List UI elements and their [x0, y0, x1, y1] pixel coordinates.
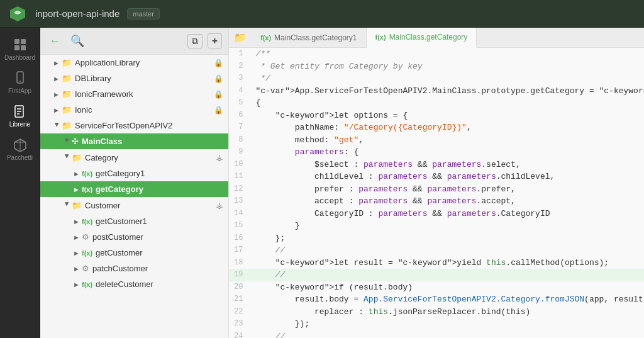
tree-ionic-framework[interactable]: ► 📁 IonicFramework 🔒 — [40, 86, 228, 102]
svg-point-6 — [19, 81, 21, 82]
line-code: "c-keyword">if (result.body) — [250, 281, 644, 294]
line-code: * Get entity from Category by key — [250, 60, 644, 73]
tree-db-library[interactable]: ► 📁 DBLibrary 🔒 — [40, 70, 228, 86]
line-number: 17 — [229, 244, 250, 257]
back-button[interactable]: ← — [47, 33, 63, 49]
line-code: }; — [250, 232, 644, 245]
folder-icon: 📁 — [62, 105, 72, 115]
line-number: 8 — [229, 134, 250, 147]
svg-rect-4 — [21, 45, 26, 50]
folder-icon: 📁 — [62, 89, 72, 99]
line-code: // — [250, 330, 644, 339]
line-number: 19 — [229, 269, 250, 281]
tree-delete-customer[interactable]: ► f(x) deleteCustomer — [40, 276, 228, 292]
line-code: // — [250, 269, 644, 281]
nav-dashboard[interactable]: Dashboard — [1, 33, 39, 66]
line-number: 24 — [229, 330, 250, 339]
add-button[interactable]: + — [208, 33, 222, 48]
line-number: 2 — [229, 60, 250, 73]
line-code: */ — [250, 72, 644, 85]
line-code: CategoryID : parameters && parameters.Ca… — [250, 208, 644, 220]
tree-app-library[interactable]: ► 📁 ApplicationLibrary 🔒 — [40, 55, 228, 70]
line-code: result.body = App.ServiceForTestOpenAPIV… — [250, 293, 644, 306]
line-number: 3 — [229, 72, 250, 85]
code-area: 📁 f(x) MainClass.getCategory1 f(x) MainC… — [229, 28, 644, 338]
line-code: $select : parameters && parameters.selec… — [250, 159, 644, 171]
box-icon — [13, 138, 27, 152]
tree-get-customer1[interactable]: ► f(x) getCustomer1 — [40, 213, 228, 229]
copy-button[interactable]: ⧉ — [187, 34, 203, 48]
line-number: 10 — [229, 159, 250, 171]
tab-get-category[interactable]: f(x) MainClass.getCategory — [367, 28, 477, 48]
nav-firstapp[interactable]: FirstApp — [1, 66, 39, 99]
lock-icon: 🔒 — [214, 74, 223, 83]
pin-icon: ⚶ — [216, 200, 223, 210]
line-code: pathName: "/Category({CategoryID})", — [250, 121, 644, 134]
sidebar: ← 🔍 ⧉ + ► 📁 ApplicationLibrary 🔒 ► 📁 DBL… — [40, 28, 229, 338]
svg-rect-3 — [14, 45, 19, 50]
nav-firstapp-label: FirstApp — [8, 87, 31, 94]
lock-icon: 🔒 — [214, 59, 223, 67]
line-number: 21 — [229, 293, 250, 306]
line-number: 16 — [229, 232, 250, 245]
nav-dashboard-label: Dashboard — [4, 54, 35, 61]
gear-icon: ⚙ — [82, 232, 89, 242]
nav-pacchetti-label: Pacchetti — [7, 154, 33, 161]
tree-service-test[interactable]: ► 📁 ServiceForTestOpenAPIV2 — [40, 118, 228, 133]
icon-nav: Dashboard FirstApp Librerie P — [0, 28, 40, 338]
tree-category[interactable]: ► 📁 Category ⚶ — [40, 149, 228, 166]
line-number: 18 — [229, 257, 250, 269]
book-icon — [13, 104, 27, 118]
nav-librerie-label: Librerie — [9, 121, 30, 128]
line-number: 4 — [229, 85, 250, 98]
app-logo — [8, 4, 28, 24]
line-code: childLevel : parameters && parameters.ch… — [250, 171, 644, 183]
puzzle-icon: ✣ — [72, 137, 79, 146]
topbar: inport-open-api-inde master — [0, 0, 644, 28]
line-code: accept : parameters && parameters.accept… — [250, 195, 644, 208]
branch-badge: master — [127, 8, 160, 20]
pin-icon: ⚶ — [216, 152, 223, 162]
line-number: 15 — [229, 220, 250, 232]
code-table: 1 /** 2 * Get entity from Category by ke… — [229, 48, 644, 338]
search-button[interactable]: 🔍 — [68, 33, 87, 49]
sidebar-toolbar: ← 🔍 ⧉ + — [40, 28, 228, 55]
nav-librerie[interactable]: Librerie — [1, 99, 39, 133]
line-code: { — [250, 97, 644, 110]
mobile-icon — [13, 71, 27, 85]
line-number: 14 — [229, 208, 250, 220]
line-number: 20 — [229, 281, 250, 294]
fx-icon: f(x) — [82, 217, 92, 226]
line-code: "c-keyword">let result = "c-keyword">yie… — [250, 257, 644, 269]
fx-icon: f(x) — [82, 169, 92, 178]
tree-customer[interactable]: ► 📁 Customer ⚶ — [40, 197, 228, 213]
line-code: replacer : this.jsonParseReplacer.bind(t… — [250, 306, 644, 318]
code-editor[interactable]: 1 /** 2 * Get entity from Category by ke… — [229, 48, 644, 338]
gear-icon: ⚙ — [82, 264, 89, 273]
line-code: parameters: { — [250, 146, 644, 159]
line-code: } — [250, 220, 644, 232]
tree-patch-customer[interactable]: ► ⚙ patchCustomer — [40, 261, 228, 276]
line-number: 11 — [229, 171, 250, 183]
line-number: 13 — [229, 195, 250, 208]
tree-get-category[interactable]: ► f(x) getCategory — [40, 181, 228, 197]
svg-rect-1 — [14, 39, 19, 44]
nav-pacchetti[interactable]: Pacchetti — [1, 133, 39, 166]
line-code: prefer : parameters && parameters.prefer… — [250, 183, 644, 196]
line-code: // — [250, 244, 644, 257]
tree-ionic[interactable]: ► 📁 Ionic 🔒 — [40, 102, 228, 118]
folder-icon: 📁 — [62, 74, 72, 83]
tab-get-category1[interactable]: f(x) MainClass.getCategory1 — [252, 28, 367, 47]
line-number: 9 — [229, 146, 250, 159]
tree-get-category1[interactable]: ► f(x) getCategory1 — [40, 166, 228, 181]
fx-icon: f(x) — [82, 186, 92, 193]
line-number: 23 — [229, 318, 250, 330]
tree-post-customer[interactable]: ► ⚙ postCustomer — [40, 229, 228, 245]
fx-icon: f(x) — [82, 279, 92, 289]
line-number: 22 — [229, 306, 250, 318]
folder-icon: 📁 — [62, 58, 72, 67]
tree-main-class[interactable]: ► ✣ MainClass — [40, 133, 228, 149]
tree-get-customer[interactable]: ► f(x) getCustomer — [40, 245, 228, 261]
app-title: inport-open-api-inde — [35, 8, 119, 19]
line-number: 5 — [229, 97, 250, 110]
